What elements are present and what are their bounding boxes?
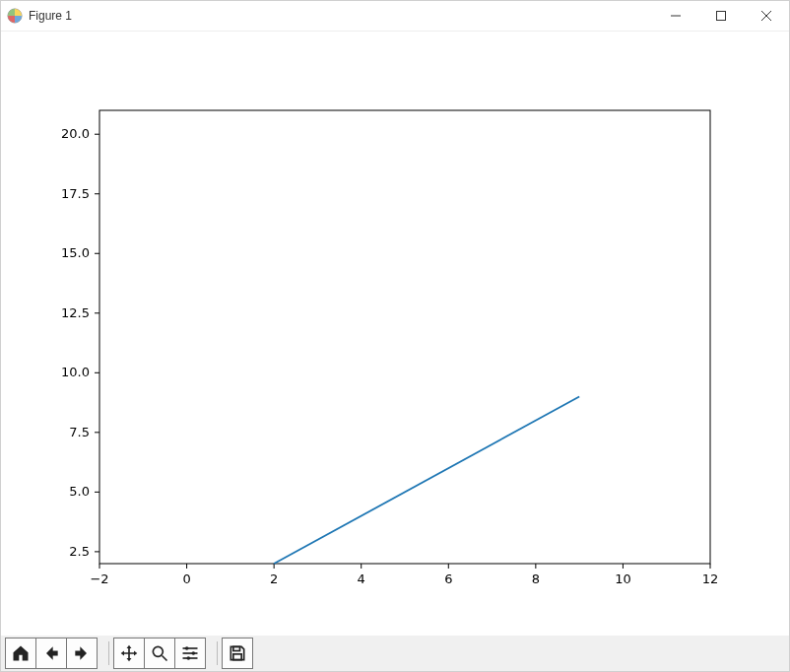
x-tick-label: 2 [270,571,278,586]
x-tick-label: 12 [702,571,719,586]
window-title: Figure 1 [29,9,72,23]
figure-window: Figure 1 −20246810122.55.07.510.012.515.… [0,0,790,672]
plot-svg: −20246810122.55.07.510.012.515.017.520.0 [1,32,789,637]
y-tick-label: 7.5 [69,425,90,439]
configure-button[interactable] [174,638,206,669]
data-line [274,397,579,564]
svg-rect-6 [233,646,240,650]
toolbar-separator [108,641,109,665]
maximize-icon [716,11,726,21]
toolbar [1,636,789,671]
toolbar-separator [217,641,218,665]
home-button[interactable] [5,638,36,669]
home-icon [11,643,31,663]
y-tick-label: 20.0 [61,126,90,141]
move-icon [119,643,139,663]
x-tick-label: 8 [532,571,540,586]
svg-point-2 [153,646,163,656]
plot-area[interactable]: −20246810122.55.07.510.012.515.017.520.0 [1,32,789,636]
x-tick-label: 0 [182,571,190,586]
arrow-right-icon [72,643,92,663]
x-tick-label: 10 [615,571,631,586]
axes-box [99,110,710,564]
minimize-icon [671,11,681,21]
svg-point-4 [192,651,196,655]
y-tick-label: 15.0 [61,245,90,260]
y-tick-label: 2.5 [69,544,90,559]
svg-rect-7 [233,654,241,660]
y-tick-label: 12.5 [61,305,90,320]
zoom-icon [150,643,169,663]
back-button[interactable] [35,638,67,669]
close-button[interactable] [744,1,789,31]
svg-point-3 [185,646,189,650]
x-tick-label: −2 [90,571,108,586]
svg-rect-1 [717,12,726,21]
x-tick-label: 4 [358,571,365,586]
sliders-icon [180,643,200,663]
app-icon [7,8,23,24]
svg-point-5 [187,656,191,660]
save-button[interactable] [222,638,253,669]
forward-button[interactable] [66,638,98,669]
save-icon [228,643,247,663]
x-tick-label: 6 [444,571,452,586]
titlebar: Figure 1 [1,1,789,32]
pan-button[interactable] [113,638,145,669]
minimize-button[interactable] [653,1,698,31]
y-tick-label: 17.5 [61,186,90,201]
close-icon [761,11,771,21]
y-tick-label: 10.0 [61,365,90,379]
y-tick-label: 5.0 [69,484,90,499]
maximize-button[interactable] [698,1,744,31]
zoom-button[interactable] [144,638,175,669]
arrow-left-icon [41,643,61,663]
